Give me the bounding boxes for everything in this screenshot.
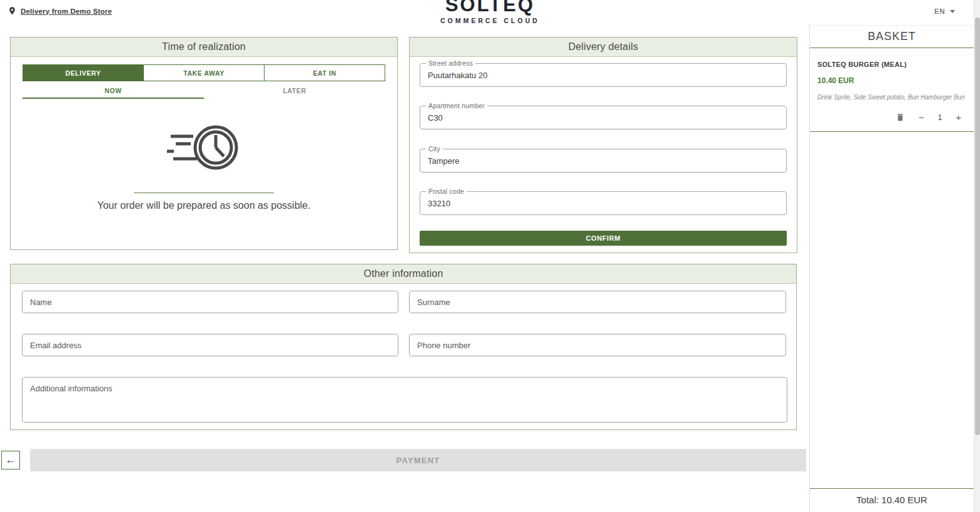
quantity-decrease-button[interactable]: − — [919, 113, 924, 122]
apartment-number-field[interactable]: Apartment number — [420, 106, 787, 129]
timing-tabs: NOW LATER — [23, 84, 385, 99]
time-divider — [134, 193, 274, 193]
street-address-field[interactable]: Street address — [420, 63, 787, 87]
delivery-panel-header: Delivery details — [410, 38, 797, 57]
back-button[interactable]: ← — [1, 451, 20, 469]
top-header: Delivery from Demo Store SOLTEQ COMMERCE… — [0, 0, 980, 26]
speedy-clock-icon — [11, 119, 397, 176]
logo-subtitle: COMMERCE CLOUD — [0, 17, 980, 24]
delete-item-button[interactable] — [896, 112, 905, 123]
chevron-down-icon — [950, 10, 955, 13]
additional-informations-input[interactable] — [23, 378, 787, 422]
surname-input[interactable] — [410, 291, 786, 313]
tab-now[interactable]: NOW — [23, 84, 204, 99]
postal-code-input[interactable] — [420, 192, 786, 214]
basket-title: BASKET — [810, 30, 974, 43]
basket-item-controls: − 1 + — [817, 112, 961, 123]
postal-code-field[interactable]: Postal code — [420, 191, 787, 215]
name-input[interactable] — [23, 291, 398, 313]
tab-later[interactable]: LATER — [204, 84, 385, 99]
checkout-page: Delivery from Demo Store SOLTEQ COMMERCE… — [0, 0, 980, 512]
payment-label: PAYMENT — [397, 456, 440, 465]
language-label: EN — [934, 8, 945, 15]
tab-take-away[interactable]: TAKE AWAY — [144, 64, 265, 81]
city-field[interactable]: City — [420, 149, 787, 173]
quantity-value: 1 — [938, 113, 942, 122]
basket-item-name: SOLTEQ BURGER (MEAL) — [817, 61, 966, 68]
page-scrollbar-thumb[interactable] — [975, 18, 980, 435]
basket-item-divider — [810, 131, 974, 132]
preparation-message: Your order will be prepared as soon as p… — [11, 200, 397, 211]
city-input[interactable] — [420, 149, 786, 172]
delivery-details-panel: Delivery details Street address Apartmen… — [409, 37, 797, 253]
time-panel-title: Time of realization — [162, 41, 246, 53]
surname-field[interactable] — [409, 291, 786, 313]
phone-field[interactable] — [409, 334, 786, 356]
additional-informations-field[interactable] — [22, 377, 787, 423]
delivery-panel-title: Delivery details — [568, 41, 639, 53]
other-information-panel: Other information — [10, 264, 797, 430]
basket-footer: Total: 10.40 EUR — [810, 488, 974, 512]
email-input[interactable] — [23, 334, 398, 356]
confirm-button[interactable]: CONFIRM — [420, 231, 787, 246]
street-address-input[interactable] — [420, 64, 786, 86]
apartment-number-input[interactable] — [420, 106, 786, 129]
language-selector[interactable]: EN — [934, 8, 955, 15]
basket-item-description: Drink Sprite, Side Sweet potato, Bun Ham… — [817, 94, 966, 101]
other-panel-header: Other information — [11, 264, 796, 284]
order-mode-tabs: DELIVERY TAKE AWAY EAT IN — [23, 64, 385, 81]
time-panel-header: Time of realization — [11, 38, 397, 57]
payment-button-disabled[interactable]: PAYMENT — [30, 449, 806, 471]
time-of-realization-panel: Time of realization DELIVERY TAKE AWAY E… — [10, 37, 398, 250]
phone-input[interactable] — [410, 334, 786, 356]
tab-eat-in[interactable]: EAT IN — [265, 64, 385, 81]
basket-item: SOLTEQ BURGER (MEAL) 10.40 EUR Drink Spr… — [810, 61, 974, 132]
solteq-logo: SOLTEQ COMMERCE CLOUD — [0, 0, 980, 24]
basket-item-price: 10.40 EUR — [817, 76, 966, 85]
basket-header-divider — [810, 48, 974, 48]
quantity-increase-button[interactable]: + — [956, 113, 961, 122]
email-field[interactable] — [22, 334, 398, 356]
basket-total: Total: 10.40 EUR — [810, 489, 974, 512]
name-field[interactable] — [22, 291, 398, 313]
back-arrow-icon: ← — [6, 454, 16, 466]
page-scrollbar-track[interactable] — [974, 0, 980, 512]
other-panel-title: Other information — [363, 268, 443, 279]
tab-delivery[interactable]: DELIVERY — [23, 64, 144, 81]
logo-title: SOLTEQ — [0, 0, 980, 14]
basket-sidebar: BASKET SOLTEQ BURGER (MEAL) 10.40 EUR Dr… — [809, 25, 974, 512]
trash-icon — [896, 112, 905, 123]
